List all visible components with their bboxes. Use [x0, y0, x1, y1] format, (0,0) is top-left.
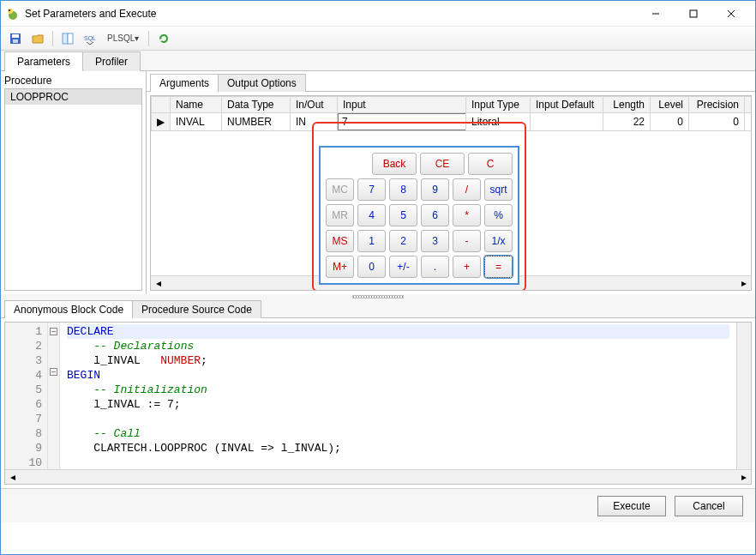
- procedure-item[interactable]: LOOPPROC: [5, 89, 141, 105]
- calc-4-button[interactable]: 4: [357, 204, 386, 226]
- calc-mc-button[interactable]: MC: [326, 178, 354, 201]
- calc-5-button[interactable]: 5: [389, 204, 417, 226]
- scroll-right-icon[interactable]: ▸: [736, 470, 751, 485]
- arguments-pane: Arguments Output Options Name: [147, 71, 755, 294]
- sql-dropdown-icon[interactable]: SQL: [81, 29, 99, 48]
- calc-7-button[interactable]: 7: [357, 178, 386, 201]
- calc-mplus-button[interactable]: M+: [326, 256, 354, 278]
- calc-minus-button[interactable]: -: [453, 230, 481, 252]
- code-body[interactable]: 1234567891011 DECLARE -- Declarations l_…: [5, 323, 751, 469]
- col-input-type[interactable]: Input Type: [466, 97, 531, 113]
- cell-input[interactable]: [338, 113, 466, 131]
- col-level[interactable]: Level: [651, 97, 689, 113]
- cell-precision[interactable]: 0: [689, 113, 745, 131]
- code-lines[interactable]: DECLARE -- Declarations l_INVAL NUMBER;B…: [60, 323, 736, 469]
- toolbar: SQL PLSQL▾: [1, 27, 755, 51]
- col-data-type[interactable]: Data Type: [222, 97, 291, 113]
- col-input-default[interactable]: Input Default: [531, 97, 603, 113]
- calc-c-button[interactable]: C: [468, 153, 513, 175]
- plsql-label-icon[interactable]: PLSQL▾: [103, 29, 143, 48]
- calc-0-button[interactable]: 0: [357, 256, 386, 278]
- col-length[interactable]: Length: [603, 97, 651, 113]
- code-hscrollbar[interactable]: ◂ ▸: [5, 469, 751, 484]
- main-window: Set Parameters and Execute SQL PLSQL▾ Pa…: [0, 0, 756, 555]
- input-value-field[interactable]: [339, 114, 466, 130]
- calc-equals-button[interactable]: =: [484, 256, 513, 278]
- tab-output-options[interactable]: Output Options: [218, 74, 306, 92]
- app-icon: [6, 7, 20, 21]
- cell-scale[interactable]: 0: [745, 113, 752, 131]
- toolbar-separator-2: [148, 31, 149, 46]
- cell-input-type[interactable]: Literal: [466, 113, 531, 131]
- table-row[interactable]: ▶ INVAL NUMBER IN Literal: [152, 113, 752, 131]
- sub-tabs: Arguments Output Options: [147, 73, 755, 92]
- scroll-right-icon[interactable]: ▸: [736, 276, 751, 291]
- code-vscrollbar[interactable]: [736, 323, 751, 469]
- tab-procedure-source[interactable]: Procedure Source Code: [132, 300, 261, 318]
- calc-plusminus-button[interactable]: +/-: [389, 256, 417, 278]
- toolbar-separator: [52, 31, 53, 46]
- col-name[interactable]: Name: [171, 97, 222, 113]
- calculator-highlight: Back CE C MC 7 8 9 / sqrt: [312, 122, 526, 291]
- calc-divide-button[interactable]: /: [453, 178, 481, 201]
- script-toggle-icon[interactable]: [58, 29, 77, 48]
- svg-rect-6: [13, 39, 18, 43]
- procedure-pane: Procedure LOOPPROC: [1, 71, 147, 294]
- line-number-gutter: 1234567891011: [5, 323, 48, 469]
- cell-input-default[interactable]: [531, 113, 603, 131]
- calc-3-button[interactable]: 3: [421, 230, 449, 252]
- cell-name[interactable]: INVAL: [171, 113, 222, 131]
- calc-8-button[interactable]: 8: [389, 178, 417, 201]
- titlebar: Set Parameters and Execute: [1, 1, 755, 27]
- calc-percent-button[interactable]: %: [484, 204, 513, 226]
- cell-level[interactable]: 0: [651, 113, 689, 131]
- code-tabs: Anonymous Block Code Procedure Source Co…: [1, 299, 755, 318]
- save-icon[interactable]: [6, 29, 25, 48]
- scroll-left-icon[interactable]: ◂: [5, 470, 20, 485]
- calc-dot-button[interactable]: .: [421, 256, 449, 278]
- procedure-list[interactable]: LOOPPROC: [4, 88, 142, 291]
- calc-ce-button[interactable]: CE: [420, 153, 465, 175]
- tab-arguments[interactable]: Arguments: [150, 74, 219, 92]
- svg-rect-3: [690, 10, 697, 17]
- tab-parameters[interactable]: Parameters: [4, 51, 83, 71]
- cancel-button[interactable]: Cancel: [675, 496, 743, 516]
- procedure-label: Procedure: [4, 75, 142, 87]
- tab-anonymous-block[interactable]: Anonymous Block Code: [4, 300, 133, 318]
- col-scale[interactable]: Scale: [745, 97, 752, 113]
- open-icon[interactable]: [28, 29, 47, 48]
- svg-point-1: [8, 9, 13, 14]
- svg-point-2: [9, 9, 10, 11]
- col-input[interactable]: Input: [338, 97, 466, 113]
- arguments-grid-wrap: Name Data Type In/Out Input Input Type I…: [150, 95, 752, 291]
- row-indicator-icon: ▶: [152, 113, 171, 131]
- footer: Execute Cancel: [1, 488, 755, 522]
- calc-2-button[interactable]: 2: [389, 230, 417, 252]
- scroll-left-icon[interactable]: ◂: [151, 276, 165, 291]
- svg-rect-5: [12, 34, 19, 38]
- calc-back-button[interactable]: Back: [372, 153, 417, 175]
- calc-1-button[interactable]: 1: [357, 230, 386, 252]
- calc-plus-button[interactable]: +: [453, 256, 481, 278]
- tab-profiler[interactable]: Profiler: [82, 51, 141, 71]
- col-in-out[interactable]: In/Out: [291, 97, 338, 113]
- cell-length[interactable]: 22: [603, 113, 651, 131]
- cell-in-out[interactable]: IN: [291, 113, 338, 131]
- calc-sqrt-button[interactable]: sqrt: [484, 178, 513, 201]
- calc-ms-button[interactable]: MS: [326, 230, 354, 252]
- calc-9-button[interactable]: 9: [421, 178, 449, 201]
- calc-inverse-button[interactable]: 1/x: [484, 230, 513, 252]
- refresh-icon[interactable]: [154, 29, 173, 48]
- cell-data-type[interactable]: NUMBER: [222, 113, 291, 131]
- execute-button[interactable]: Execute: [597, 496, 666, 516]
- calc-6-button[interactable]: 6: [421, 204, 449, 226]
- close-button[interactable]: [712, 2, 750, 26]
- svg-text:SQL: SQL: [84, 35, 96, 42]
- fold-gutter[interactable]: [48, 323, 60, 469]
- col-precision[interactable]: Precision: [689, 97, 745, 113]
- minimize-button[interactable]: [637, 2, 675, 26]
- calc-multiply-button[interactable]: *: [453, 204, 481, 226]
- svg-rect-8: [68, 33, 73, 44]
- maximize-button[interactable]: [675, 2, 712, 26]
- calc-mr-button[interactable]: MR: [326, 204, 354, 226]
